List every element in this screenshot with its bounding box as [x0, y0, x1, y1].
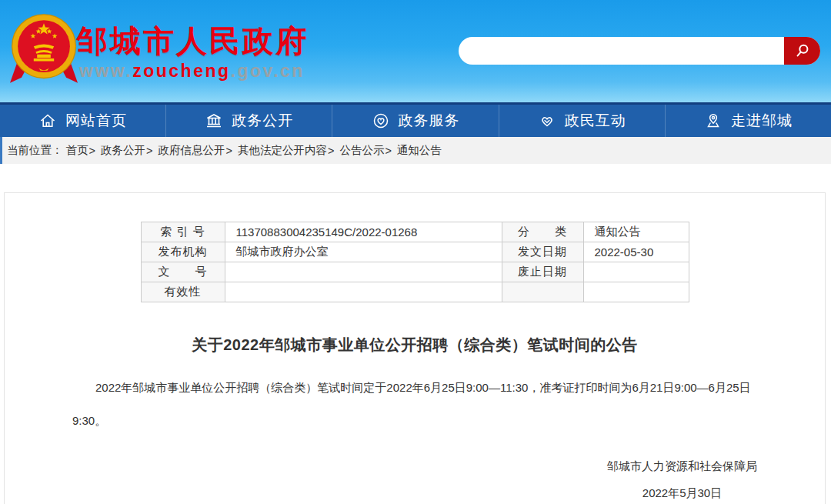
- search-bar: [459, 37, 820, 65]
- meta-label-empty: [502, 282, 583, 302]
- site-url-domain: zoucheng: [132, 61, 230, 81]
- search-icon: [794, 42, 811, 59]
- meta-label-publisher: 发布机构: [141, 242, 225, 262]
- meta-label-index-number: 索 引 号: [141, 222, 225, 242]
- handshake-heart-icon: [538, 112, 556, 130]
- article-title: 关于2022年邹城市事业单位公开招聘（综合类）笔试时间的公告: [5, 335, 825, 355]
- map-pin-icon: [704, 112, 723, 130]
- site-url-suffix: .gov.cn: [231, 61, 305, 81]
- home-icon: [38, 112, 57, 130]
- article-signoff: 邹城市人力资源和社会保障局 2022年5月30日: [607, 452, 757, 504]
- breadcrumb-prefix: 当前位置：: [7, 143, 63, 158]
- meta-label-repeal-date: 废止日期: [502, 262, 583, 282]
- page: 邹城市人民政府 www.zoucheng.gov.cn 网站首页: [0, 0, 831, 164]
- meta-value-doc-number: [225, 262, 502, 282]
- nav-item-gov-disclosure[interactable]: 政务公开: [166, 105, 332, 137]
- meta-label-validity: 有效性: [141, 282, 225, 302]
- nav-item-gov-services[interactable]: 政务服务: [332, 105, 499, 137]
- issue-date: 2022年5月30日: [607, 479, 757, 504]
- breadcrumb-item-gov-info[interactable]: 政府信息公开: [158, 143, 225, 158]
- main-nav: 网站首页 政务公开 政务服务 政民互动: [0, 102, 831, 137]
- article-body: 2022年邹城市事业单位公开招聘（综合类）笔试时间定于2022年6月25日9:0…: [72, 371, 757, 437]
- breadcrumb-separator: >: [328, 145, 334, 157]
- breadcrumb-separator: >: [89, 145, 95, 157]
- site-header: 邹城市人民政府 www.zoucheng.gov.cn: [0, 0, 831, 102]
- content-panel: 索 引 号 11370883004235149C/2022-01268 分 类 …: [4, 192, 826, 504]
- nav-item-label: 走进邹城: [731, 111, 793, 131]
- breadcrumb-item-gov-disclosure[interactable]: 政务公开: [101, 143, 145, 158]
- nav-item-home[interactable]: 网站首页: [0, 105, 166, 137]
- breadcrumb-item-other-statutory[interactable]: 其他法定公开内容: [238, 143, 327, 158]
- meta-label-publish-date: 发文日期: [502, 242, 583, 262]
- meta-label-doc-number: 文 号: [141, 262, 225, 282]
- nav-item-label: 政民互动: [565, 111, 626, 131]
- meta-row-doc-number: 文 号 废止日期: [141, 262, 689, 282]
- meta-value-repeal-date: [583, 262, 689, 282]
- meta-row-publisher: 发布机构 邹城市政府办公室 发文日期 2022-05-30: [141, 242, 689, 262]
- site-url: www.zoucheng.gov.cn: [79, 61, 309, 82]
- service-heart-icon: [372, 112, 390, 130]
- government-building-icon: [205, 112, 223, 130]
- meta-row-validity: 有效性: [141, 282, 689, 302]
- meta-value-validity: [225, 282, 502, 302]
- nav-item-about-zoucheng[interactable]: 走进邹城: [666, 105, 831, 137]
- breadcrumb-separator: >: [385, 145, 391, 157]
- site-url-prefix: www.: [79, 61, 132, 81]
- meta-label-category: 分 类: [502, 222, 583, 242]
- search-input[interactable]: [459, 37, 777, 65]
- nav-item-label: 政务公开: [232, 111, 293, 131]
- breadcrumb-item-announcements[interactable]: 公告公示: [339, 143, 384, 158]
- meta-value-publisher: 邹城市政府办公室: [225, 242, 502, 262]
- nav-item-label: 网站首页: [65, 111, 127, 131]
- site-title: 邹城市人民政府: [77, 23, 309, 58]
- meta-value-index-number: 11370883004235149C/2022-01268: [225, 222, 502, 242]
- breadcrumb-separator: >: [225, 145, 232, 157]
- breadcrumb-item-home[interactable]: 首页: [66, 143, 88, 158]
- issuing-authority: 邹城市人力资源和社会保障局: [607, 452, 757, 479]
- meta-value-publish-date: 2022-05-30: [583, 242, 689, 262]
- national-emblem-logo: [10, 10, 78, 90]
- nav-item-label: 政务服务: [399, 111, 460, 131]
- document-meta-table: 索 引 号 11370883004235149C/2022-01268 分 类 …: [141, 222, 689, 302]
- breadcrumb: 当前位置： 首页> 政务公开> 政府信息公开> 其他法定公开内容> 公告公示> …: [0, 137, 831, 164]
- meta-row-index: 索 引 号 11370883004235149C/2022-01268 分 类 …: [141, 222, 689, 242]
- nav-item-interaction[interactable]: 政民互动: [499, 105, 666, 137]
- meta-value-empty: [583, 282, 689, 302]
- breadcrumb-separator: >: [146, 145, 152, 157]
- meta-value-category: 通知公告: [583, 222, 689, 242]
- search-button[interactable]: [784, 37, 820, 65]
- breadcrumb-item-notices[interactable]: 通知公告: [397, 143, 442, 158]
- site-brand: 邹城市人民政府 www.zoucheng.gov.cn: [77, 23, 309, 82]
